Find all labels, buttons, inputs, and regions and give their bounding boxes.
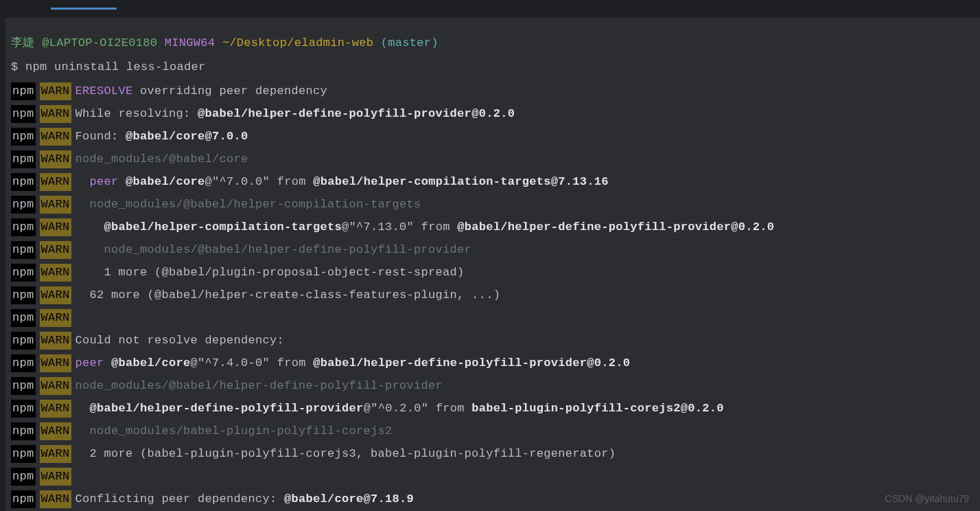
output-line: npmWARN 62 more (@babel/helper-create-cl… xyxy=(0,284,980,306)
npm-tag: npm xyxy=(11,377,36,395)
output-line: npmWARN @babel/helper-compilation-target… xyxy=(0,216,980,238)
npm-tag: npm xyxy=(11,196,36,214)
npm-tag: npm xyxy=(11,490,36,508)
npm-tag: npm xyxy=(11,468,36,486)
window-titlebar xyxy=(0,0,980,18)
output-line: npmWARNERESOLVE overriding peer dependen… xyxy=(0,80,980,102)
npm-tag: npm xyxy=(11,286,36,304)
warn-tag: WARN xyxy=(40,490,71,508)
output-line: npmWARN node_modules/@babel/helper-defin… xyxy=(0,238,980,261)
output-line: npmWARN peer @babel/core@"^7.0.0" from @… xyxy=(0,170,980,193)
warn-tag: WARN xyxy=(40,218,71,236)
output-line: npmWARNWhile resolving: @babel/helper-de… xyxy=(0,102,980,125)
npm-tag: npm xyxy=(11,105,36,123)
npm-tag: npm xyxy=(11,241,36,259)
warn-tag: WARN xyxy=(40,241,71,259)
warn-tag: WARN xyxy=(40,264,71,282)
warn-tag: WARN xyxy=(40,445,71,463)
warn-message: peer @babel/core@"^7.4.0-0" from @babel/… xyxy=(75,352,631,374)
prompt-user: 李婕 xyxy=(11,32,35,54)
warn-message: node_modules/@babel/helper-define-polyfi… xyxy=(75,238,472,261)
npm-tag: npm xyxy=(11,422,36,440)
output-line: npmWARNpeer @babel/core@"^7.4.0-0" from … xyxy=(0,352,980,374)
active-tab-indicator xyxy=(51,8,117,10)
npm-tag: npm xyxy=(11,332,36,350)
warn-message: 62 more (@babel/helper-create-class-feat… xyxy=(75,284,501,306)
prompt-host: @LAPTOP-OI2E0180 xyxy=(42,32,157,54)
warn-message: node_modules/@babel/helper-compilation-t… xyxy=(75,193,421,216)
warn-tag: WARN xyxy=(40,309,71,327)
npm-tag: npm xyxy=(11,445,36,463)
output-line: npmWARNnode_modules/@babel/core xyxy=(0,148,980,170)
prompt-dollar: $ xyxy=(11,56,19,78)
warn-tag: WARN xyxy=(40,150,71,168)
output-line: npmWARN xyxy=(0,465,980,488)
terminal-panel[interactable]: 李婕 @LAPTOP-OI2E0180 MINGW64 ~/Desktop/el… xyxy=(0,18,980,510)
warn-message: 2 more (babel-plugin-polyfill-corejs3, b… xyxy=(75,442,616,465)
output-line: npmWARN @babel/helper-define-polyfill-pr… xyxy=(0,397,980,420)
npm-tag: npm xyxy=(11,82,36,100)
warn-message: node_modules/@babel/core xyxy=(75,148,248,170)
warn-tag: WARN xyxy=(40,354,71,372)
warn-message: @babel/helper-compilation-targets@"^7.13… xyxy=(75,216,775,238)
warn-tag: WARN xyxy=(40,468,71,486)
warn-message: Could not resolve dependency: xyxy=(75,329,285,352)
prompt-shell: MINGW64 xyxy=(165,32,215,54)
warn-tag: WARN xyxy=(40,105,71,123)
warn-message: 1 more (@babel/plugin-proposal-object-re… xyxy=(75,261,465,284)
prompt-path: ~/Desktop/eladmin-web xyxy=(222,32,374,54)
npm-tag: npm xyxy=(11,218,36,236)
output-line: npmWARN 1 more (@babel/plugin-proposal-o… xyxy=(0,261,980,284)
npm-tag: npm xyxy=(11,264,36,282)
warn-message: Found: @babel/core@7.0.0 xyxy=(75,125,248,148)
shell-prompt: 李婕 @LAPTOP-OI2E0180 MINGW64 ~/Desktop/el… xyxy=(0,32,980,54)
warn-tag: WARN xyxy=(40,173,71,191)
output-line: npmWARN xyxy=(0,306,980,329)
warn-message: @babel/helper-define-polyfill-provider@"… xyxy=(75,397,724,420)
warn-message: node_modules/babel-plugin-polyfill-corej… xyxy=(75,420,393,442)
npm-tag: npm xyxy=(11,309,36,327)
warn-tag: WARN xyxy=(40,377,71,395)
warn-tag: WARN xyxy=(40,196,71,214)
npm-tag: npm xyxy=(11,150,36,168)
output-line: npmWARNFound: @babel/core@7.0.0 xyxy=(0,125,980,148)
command-text: npm uninstall less-loader xyxy=(25,56,206,78)
prompt-branch: (master) xyxy=(381,32,439,54)
warn-message: peer @babel/core@"^7.0.0" from @babel/he… xyxy=(75,170,609,193)
output-lines: npmWARNERESOLVE overriding peer dependen… xyxy=(0,80,980,510)
warn-message: ERESOLVE overriding peer dependency xyxy=(75,80,328,102)
npm-tag: npm xyxy=(11,173,36,191)
output-line: npmWARN node_modules/babel-plugin-polyfi… xyxy=(0,420,980,442)
output-line: npmWARN node_modules/@babel/helper-compi… xyxy=(0,193,980,216)
warn-message: Conflicting peer dependency: @babel/core… xyxy=(75,488,415,510)
warn-tag: WARN xyxy=(40,422,71,440)
warn-message: node_modules/@babel/helper-define-polyfi… xyxy=(75,374,443,397)
warn-tag: WARN xyxy=(40,400,71,418)
warn-tag: WARN xyxy=(40,286,71,304)
warn-tag: WARN xyxy=(40,332,71,350)
npm-tag: npm xyxy=(11,400,36,418)
output-line: npmWARNnode_modules/@babel/helper-define… xyxy=(0,374,980,397)
output-line: npmWARNCould not resolve dependency: xyxy=(0,329,980,352)
warn-tag: WARN xyxy=(40,128,71,146)
output-line: npmWARNConflicting peer dependency: @bab… xyxy=(0,488,980,510)
npm-tag: npm xyxy=(11,128,36,146)
watermark: CSDN @yitahutu79 xyxy=(885,493,969,504)
command-line[interactable]: $ npm uninstall less-loader xyxy=(0,56,980,78)
warn-message: While resolving: @babel/helper-define-po… xyxy=(75,102,515,125)
output-line: npmWARN 2 more (babel-plugin-polyfill-co… xyxy=(0,442,980,465)
warn-tag: WARN xyxy=(40,82,71,100)
npm-tag: npm xyxy=(11,354,36,372)
